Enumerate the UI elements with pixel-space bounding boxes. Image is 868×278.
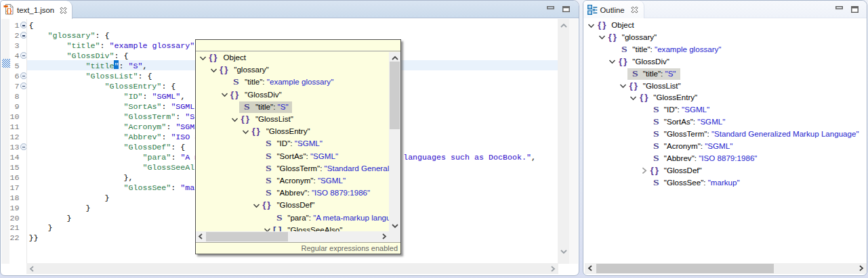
svg-text:{}: {} xyxy=(7,7,12,14)
